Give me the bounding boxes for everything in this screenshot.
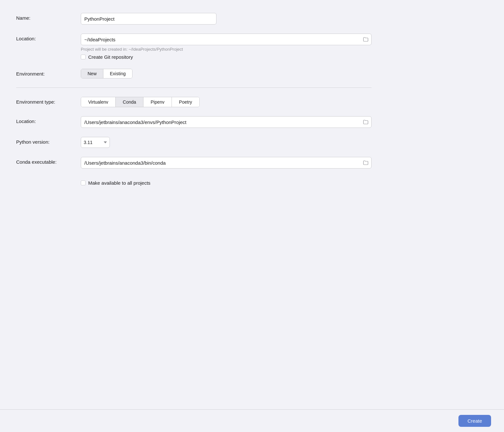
make-available-content: Make available to all projects <box>81 178 372 186</box>
env-location-content <box>81 116 372 128</box>
location-row: Location: Project will be created in: ~/… <box>16 34 372 60</box>
environment-segment-group: New Existing <box>81 69 132 78</box>
conda-exec-folder-button[interactable] <box>362 160 369 166</box>
environment-tab-existing[interactable]: Existing <box>103 69 132 78</box>
location-label: Location: <box>16 34 81 41</box>
environment-label: Environment: <box>16 69 81 77</box>
location-wrapper <box>81 34 372 45</box>
make-available-label[interactable]: Make available to all projects <box>88 180 151 186</box>
git-checkbox-label[interactable]: Create Git repository <box>88 54 133 60</box>
env-type-content: Virtualenv Conda Pipenv Poetry <box>81 97 372 107</box>
conda-exec-label: Conda executable: <box>16 157 81 165</box>
env-type-poetry[interactable]: Poetry <box>172 97 199 107</box>
make-available-spacer <box>16 178 81 180</box>
env-type-conda[interactable]: Conda <box>116 97 143 107</box>
conda-exec-row: Conda executable: <box>16 157 372 169</box>
location-input[interactable] <box>81 34 372 45</box>
environment-tab-new[interactable]: New <box>81 69 103 78</box>
create-button[interactable]: Create <box>458 415 491 427</box>
bottom-bar: Create <box>0 409 504 432</box>
python-version-label: Python version: <box>16 137 81 145</box>
python-version-row: Python version: 3.11 3.10 3.9 3.8 <box>16 137 372 148</box>
env-location-folder-button[interactable] <box>362 119 369 125</box>
env-type-row: Environment type: Virtualenv Conda Pipen… <box>16 97 372 107</box>
conda-exec-content <box>81 157 372 169</box>
env-type-pipenv[interactable]: Pipenv <box>143 97 172 107</box>
env-type-group: Virtualenv Conda Pipenv Poetry <box>81 97 200 107</box>
environment-content: New Existing <box>81 69 372 78</box>
git-checkbox-row: Create Git repository <box>81 54 372 60</box>
conda-exec-wrapper <box>81 157 372 169</box>
env-type-label: Environment type: <box>16 97 81 105</box>
location-content: Project will be created in: ~/IdeaProjec… <box>81 34 372 60</box>
name-label: Name: <box>16 13 81 21</box>
python-version-select[interactable]: 3.11 3.10 3.9 3.8 <box>81 137 110 148</box>
make-available-checkbox[interactable] <box>81 180 86 185</box>
env-location-wrapper <box>81 116 372 128</box>
make-available-row: Make available to all projects <box>16 178 372 186</box>
env-location-label: Location: <box>16 116 81 124</box>
environment-row: Environment: New Existing <box>16 69 372 78</box>
env-location-row: Location: <box>16 116 372 128</box>
env-location-input[interactable] <box>81 116 372 128</box>
python-version-content: 3.11 3.10 3.9 3.8 <box>81 137 372 148</box>
name-input[interactable] <box>81 13 216 25</box>
divider <box>16 87 372 88</box>
location-folder-button[interactable] <box>362 36 369 42</box>
name-row: Name: <box>16 13 372 25</box>
env-type-virtualenv[interactable]: Virtualenv <box>81 97 116 107</box>
name-content <box>81 13 372 25</box>
form-container: Name: Location: Project will be created … <box>0 0 388 208</box>
git-checkbox[interactable] <box>81 55 86 59</box>
location-hint: Project will be created in: ~/IdeaProjec… <box>81 47 372 52</box>
make-available-checkbox-row: Make available to all projects <box>81 180 372 186</box>
conda-exec-input[interactable] <box>81 157 372 169</box>
